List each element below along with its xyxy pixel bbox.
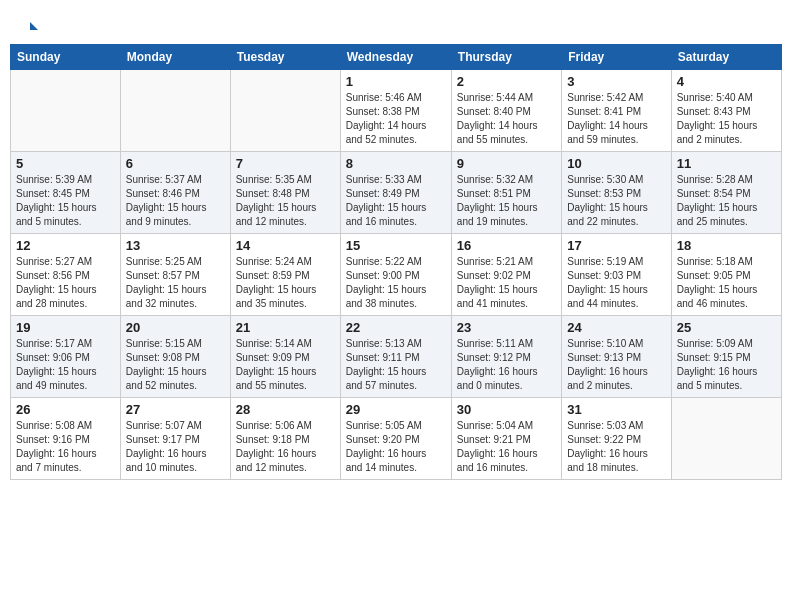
day-info: Sunrise: 5:32 AM Sunset: 8:51 PM Dayligh… — [457, 173, 556, 229]
day-info: Sunrise: 5:28 AM Sunset: 8:54 PM Dayligh… — [677, 173, 776, 229]
calendar-cell — [120, 70, 230, 152]
day-number: 5 — [16, 156, 115, 171]
day-info: Sunrise: 5:30 AM Sunset: 8:53 PM Dayligh… — [567, 173, 665, 229]
header-sunday: Sunday — [11, 45, 121, 70]
day-number: 20 — [126, 320, 225, 335]
calendar-cell: 20Sunrise: 5:15 AM Sunset: 9:08 PM Dayli… — [120, 316, 230, 398]
day-number: 21 — [236, 320, 335, 335]
day-info: Sunrise: 5:07 AM Sunset: 9:17 PM Dayligh… — [126, 419, 225, 475]
calendar-cell: 26Sunrise: 5:08 AM Sunset: 9:16 PM Dayli… — [11, 398, 121, 480]
calendar-cell: 5Sunrise: 5:39 AM Sunset: 8:45 PM Daylig… — [11, 152, 121, 234]
calendar-cell — [11, 70, 121, 152]
calendar-cell: 11Sunrise: 5:28 AM Sunset: 8:54 PM Dayli… — [671, 152, 781, 234]
calendar-table: SundayMondayTuesdayWednesdayThursdayFrid… — [10, 44, 782, 480]
calendar-cell: 22Sunrise: 5:13 AM Sunset: 9:11 PM Dayli… — [340, 316, 451, 398]
calendar-week-row: 1Sunrise: 5:46 AM Sunset: 8:38 PM Daylig… — [11, 70, 782, 152]
day-info: Sunrise: 5:44 AM Sunset: 8:40 PM Dayligh… — [457, 91, 556, 147]
day-info: Sunrise: 5:33 AM Sunset: 8:49 PM Dayligh… — [346, 173, 446, 229]
page-header — [10, 10, 782, 44]
day-number: 15 — [346, 238, 446, 253]
day-info: Sunrise: 5:46 AM Sunset: 8:38 PM Dayligh… — [346, 91, 446, 147]
calendar-cell: 28Sunrise: 5:06 AM Sunset: 9:18 PM Dayli… — [230, 398, 340, 480]
calendar-cell: 14Sunrise: 5:24 AM Sunset: 8:59 PM Dayli… — [230, 234, 340, 316]
day-number: 29 — [346, 402, 446, 417]
day-number: 28 — [236, 402, 335, 417]
day-info: Sunrise: 5:21 AM Sunset: 9:02 PM Dayligh… — [457, 255, 556, 311]
calendar-cell: 24Sunrise: 5:10 AM Sunset: 9:13 PM Dayli… — [562, 316, 671, 398]
day-info: Sunrise: 5:19 AM Sunset: 9:03 PM Dayligh… — [567, 255, 665, 311]
day-info: Sunrise: 5:35 AM Sunset: 8:48 PM Dayligh… — [236, 173, 335, 229]
day-number: 1 — [346, 74, 446, 89]
svg-marker-0 — [30, 22, 38, 30]
calendar-cell: 1Sunrise: 5:46 AM Sunset: 8:38 PM Daylig… — [340, 70, 451, 152]
calendar-week-row: 12Sunrise: 5:27 AM Sunset: 8:56 PM Dayli… — [11, 234, 782, 316]
calendar-week-row: 19Sunrise: 5:17 AM Sunset: 9:06 PM Dayli… — [11, 316, 782, 398]
calendar-cell: 29Sunrise: 5:05 AM Sunset: 9:20 PM Dayli… — [340, 398, 451, 480]
day-number: 2 — [457, 74, 556, 89]
calendar-cell: 15Sunrise: 5:22 AM Sunset: 9:00 PM Dayli… — [340, 234, 451, 316]
day-number: 9 — [457, 156, 556, 171]
day-info: Sunrise: 5:25 AM Sunset: 8:57 PM Dayligh… — [126, 255, 225, 311]
logo-triangle-icon — [22, 20, 40, 42]
day-number: 27 — [126, 402, 225, 417]
day-number: 19 — [16, 320, 115, 335]
day-number: 10 — [567, 156, 665, 171]
day-info: Sunrise: 5:39 AM Sunset: 8:45 PM Dayligh… — [16, 173, 115, 229]
calendar-cell: 31Sunrise: 5:03 AM Sunset: 9:22 PM Dayli… — [562, 398, 671, 480]
day-info: Sunrise: 5:22 AM Sunset: 9:00 PM Dayligh… — [346, 255, 446, 311]
day-info: Sunrise: 5:42 AM Sunset: 8:41 PM Dayligh… — [567, 91, 665, 147]
day-info: Sunrise: 5:15 AM Sunset: 9:08 PM Dayligh… — [126, 337, 225, 393]
header-wednesday: Wednesday — [340, 45, 451, 70]
day-number: 31 — [567, 402, 665, 417]
calendar-cell: 9Sunrise: 5:32 AM Sunset: 8:51 PM Daylig… — [451, 152, 561, 234]
calendar-cell: 2Sunrise: 5:44 AM Sunset: 8:40 PM Daylig… — [451, 70, 561, 152]
day-info: Sunrise: 5:40 AM Sunset: 8:43 PM Dayligh… — [677, 91, 776, 147]
calendar-cell: 13Sunrise: 5:25 AM Sunset: 8:57 PM Dayli… — [120, 234, 230, 316]
day-number: 26 — [16, 402, 115, 417]
day-info: Sunrise: 5:08 AM Sunset: 9:16 PM Dayligh… — [16, 419, 115, 475]
calendar-cell: 6Sunrise: 5:37 AM Sunset: 8:46 PM Daylig… — [120, 152, 230, 234]
calendar-cell — [230, 70, 340, 152]
day-info: Sunrise: 5:06 AM Sunset: 9:18 PM Dayligh… — [236, 419, 335, 475]
day-number: 11 — [677, 156, 776, 171]
calendar-cell: 10Sunrise: 5:30 AM Sunset: 8:53 PM Dayli… — [562, 152, 671, 234]
calendar-cell: 21Sunrise: 5:14 AM Sunset: 9:09 PM Dayli… — [230, 316, 340, 398]
calendar-cell: 19Sunrise: 5:17 AM Sunset: 9:06 PM Dayli… — [11, 316, 121, 398]
day-number: 30 — [457, 402, 556, 417]
header-monday: Monday — [120, 45, 230, 70]
day-number: 6 — [126, 156, 225, 171]
calendar-cell: 30Sunrise: 5:04 AM Sunset: 9:21 PM Dayli… — [451, 398, 561, 480]
day-info: Sunrise: 5:37 AM Sunset: 8:46 PM Dayligh… — [126, 173, 225, 229]
calendar-cell: 16Sunrise: 5:21 AM Sunset: 9:02 PM Dayli… — [451, 234, 561, 316]
day-info: Sunrise: 5:05 AM Sunset: 9:20 PM Dayligh… — [346, 419, 446, 475]
day-number: 18 — [677, 238, 776, 253]
calendar-cell: 7Sunrise: 5:35 AM Sunset: 8:48 PM Daylig… — [230, 152, 340, 234]
day-info: Sunrise: 5:11 AM Sunset: 9:12 PM Dayligh… — [457, 337, 556, 393]
day-info: Sunrise: 5:13 AM Sunset: 9:11 PM Dayligh… — [346, 337, 446, 393]
day-info: Sunrise: 5:17 AM Sunset: 9:06 PM Dayligh… — [16, 337, 115, 393]
calendar-header-row: SundayMondayTuesdayWednesdayThursdayFrid… — [11, 45, 782, 70]
day-number: 22 — [346, 320, 446, 335]
day-info: Sunrise: 5:09 AM Sunset: 9:15 PM Dayligh… — [677, 337, 776, 393]
calendar-cell: 27Sunrise: 5:07 AM Sunset: 9:17 PM Dayli… — [120, 398, 230, 480]
calendar-cell: 23Sunrise: 5:11 AM Sunset: 9:12 PM Dayli… — [451, 316, 561, 398]
day-number: 16 — [457, 238, 556, 253]
calendar-cell — [671, 398, 781, 480]
calendar-cell: 3Sunrise: 5:42 AM Sunset: 8:41 PM Daylig… — [562, 70, 671, 152]
day-info: Sunrise: 5:10 AM Sunset: 9:13 PM Dayligh… — [567, 337, 665, 393]
header-saturday: Saturday — [671, 45, 781, 70]
calendar-cell: 12Sunrise: 5:27 AM Sunset: 8:56 PM Dayli… — [11, 234, 121, 316]
day-number: 14 — [236, 238, 335, 253]
day-info: Sunrise: 5:04 AM Sunset: 9:21 PM Dayligh… — [457, 419, 556, 475]
calendar-cell: 25Sunrise: 5:09 AM Sunset: 9:15 PM Dayli… — [671, 316, 781, 398]
day-info: Sunrise: 5:03 AM Sunset: 9:22 PM Dayligh… — [567, 419, 665, 475]
day-number: 24 — [567, 320, 665, 335]
day-number: 23 — [457, 320, 556, 335]
day-info: Sunrise: 5:18 AM Sunset: 9:05 PM Dayligh… — [677, 255, 776, 311]
calendar-cell: 18Sunrise: 5:18 AM Sunset: 9:05 PM Dayli… — [671, 234, 781, 316]
day-number: 17 — [567, 238, 665, 253]
calendar-cell: 17Sunrise: 5:19 AM Sunset: 9:03 PM Dayli… — [562, 234, 671, 316]
day-number: 25 — [677, 320, 776, 335]
logo — [20, 18, 40, 38]
day-number: 3 — [567, 74, 665, 89]
